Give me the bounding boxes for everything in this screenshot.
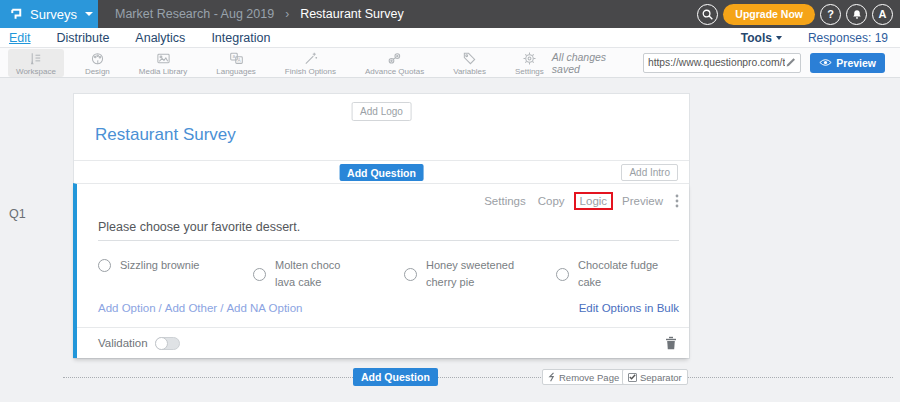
breadcrumb-parent[interactable]: Market Research - Aug 2019 <box>115 7 274 21</box>
question-copy-button[interactable]: Copy <box>538 195 565 207</box>
add-option-link[interactable]: Add Option <box>98 302 156 314</box>
toolbar-item-label: Advance Quotas <box>365 67 424 76</box>
option-links: Add Option/Add Other/Add NA Option <box>98 302 302 314</box>
more-options-button[interactable] <box>675 194 679 208</box>
tab-integration[interactable]: Integration <box>211 31 270 45</box>
radio-icon[interactable] <box>253 268 266 281</box>
preview-label: Preview <box>836 57 876 69</box>
questionpro-app: Surveys Market Research - Aug 2019 › Res… <box>0 0 900 402</box>
topbar-actions: Upgrade Now ? A <box>697 4 893 25</box>
answer-option-label[interactable]: Sizzling brownie <box>120 257 250 274</box>
question-preview-button[interactable]: Preview <box>622 195 663 207</box>
breadcrumb: Market Research - Aug 2019 › Restaurant … <box>115 7 404 21</box>
svg-text:A: A <box>237 57 241 62</box>
validation-toggle[interactable] <box>155 337 180 350</box>
remove-page-break-icon <box>548 372 556 382</box>
edit-url-button[interactable] <box>785 57 796 68</box>
quota-links-icon <box>387 51 402 66</box>
autosave-status: All changes saved <box>552 51 634 75</box>
notifications-button[interactable] <box>846 4 867 25</box>
question-logic-button[interactable]: Logic <box>574 192 614 210</box>
toolbar-item-label: Languages <box>216 67 256 76</box>
tools-menu[interactable]: Tools <box>741 31 782 45</box>
magic-wand-icon <box>303 51 318 66</box>
page-break-row: Add Question Remove Page Break Separator <box>63 368 893 386</box>
question-block: Settings Copy Logic Preview Please choos… <box>73 183 689 358</box>
add-na-option-link[interactable]: Add NA Option <box>226 302 302 314</box>
toolbar-right: All changes saved Preview <box>552 51 885 75</box>
toolbar-item-settings[interactable]: Settings <box>507 49 552 77</box>
pencil-icon <box>785 57 796 68</box>
bell-icon <box>851 8 863 21</box>
image-icon <box>156 51 171 66</box>
edit-options-in-bulk-link[interactable]: Edit Options in Bulk <box>579 302 679 314</box>
link-separator: / <box>159 302 162 314</box>
question-settings-button[interactable]: Settings <box>484 195 526 207</box>
share-url-box <box>643 53 801 73</box>
radio-icon[interactable] <box>556 268 569 281</box>
responses-count[interactable]: Responses: 19 <box>808 31 888 45</box>
radio-icon[interactable] <box>404 268 417 281</box>
survey-header: Add Logo Restaurant Survey <box>74 94 689 160</box>
tag-icon <box>462 51 477 66</box>
survey-title[interactable]: Restaurant Survey <box>95 125 236 145</box>
page-break-line <box>63 377 893 378</box>
breadcrumb-current: Restaurant Survey <box>300 7 404 21</box>
answer-options: Sizzling brownie Molten choco lava cake … <box>77 257 689 299</box>
add-question-bottom-button[interactable]: Add Question <box>353 368 438 386</box>
checkbox-checked-icon[interactable] <box>628 373 637 382</box>
answer-option[interactable]: Chocolate fudge cake <box>556 257 666 291</box>
trash-icon <box>665 336 677 350</box>
toolbar-item-label: Finish Options <box>285 67 336 76</box>
help-button[interactable]: ? <box>820 4 841 25</box>
share-url-input[interactable] <box>648 57 785 68</box>
tab-distribute[interactable]: Distribute <box>57 31 110 45</box>
toolbar-item-finish-options[interactable]: Finish Options <box>277 49 344 77</box>
toolbar-item-label: Variables <box>453 67 486 76</box>
survey-toolbar: Workspace Design Media Library <box>0 48 900 78</box>
avatar[interactable]: A <box>872 4 893 25</box>
questionpro-logo-icon <box>9 7 24 22</box>
toolbar-item-workspace[interactable]: Workspace <box>8 49 64 77</box>
answer-option-label[interactable]: Chocolate fudge cake <box>578 257 666 291</box>
add-question-button[interactable]: Add Question <box>339 164 424 181</box>
tab-edit[interactable]: Edit <box>9 31 31 45</box>
toolbar-item-variables[interactable]: Variables <box>445 49 494 77</box>
ellipsis-vertical-icon <box>675 194 679 208</box>
upgrade-now-button[interactable]: Upgrade Now <box>723 4 815 25</box>
tab-analytics[interactable]: Analytics <box>135 31 185 45</box>
option-links-row: Add Option/Add Other/Add NA Option Edit … <box>98 302 679 314</box>
answer-option[interactable]: Molten choco lava cake <box>253 257 363 291</box>
answer-option[interactable]: Honey sweetened cherry pie <box>404 257 520 291</box>
breadcrumb-separator: › <box>285 7 289 21</box>
toolbar-item-design[interactable]: Design <box>77 49 118 77</box>
surveys-menu-button[interactable]: Surveys <box>0 0 98 28</box>
chevron-down-icon <box>85 12 93 16</box>
nav-right: Tools Responses: 19 <box>741 31 888 45</box>
search-button[interactable] <box>697 4 718 25</box>
answer-option[interactable]: Sizzling brownie <box>98 257 250 274</box>
answer-option-label[interactable]: Honey sweetened cherry pie <box>426 257 520 291</box>
toolbar-item-media-library[interactable]: Media Library <box>131 49 195 77</box>
question-text[interactable]: Please choose your favorite dessert. <box>98 220 300 234</box>
add-other-link[interactable]: Add Other <box>165 302 217 314</box>
answer-option-label[interactable]: Molten choco lava cake <box>275 257 363 291</box>
delete-question-button[interactable] <box>665 336 677 350</box>
separator-label: Separator <box>640 372 682 383</box>
separator-toggle[interactable]: Separator <box>622 369 688 385</box>
main-nav: Edit Distribute Analytics Integration To… <box>0 28 900 48</box>
add-intro-button[interactable]: Add Intro <box>621 164 678 181</box>
eye-icon <box>819 58 832 67</box>
nav-tabs: Edit Distribute Analytics Integration <box>9 31 270 45</box>
survey-card: Add Logo Restaurant Survey Add Question … <box>73 93 690 359</box>
preview-button[interactable]: Preview <box>810 53 885 73</box>
chevron-down-icon <box>776 36 782 40</box>
radio-icon[interactable] <box>98 259 111 272</box>
question-number: Q1 <box>9 207 26 221</box>
survey-canvas: Q1 Add Logo Restaurant Survey Add Questi… <box>0 78 900 402</box>
toolbar-item-label: Settings <box>515 67 544 76</box>
surveys-menu-label: Surveys <box>30 7 77 22</box>
toolbar-item-languages[interactable]: a A Languages <box>208 49 264 77</box>
add-logo-button[interactable]: Add Logo <box>351 102 412 121</box>
toolbar-item-advance-quotas[interactable]: Advance Quotas <box>357 49 432 77</box>
